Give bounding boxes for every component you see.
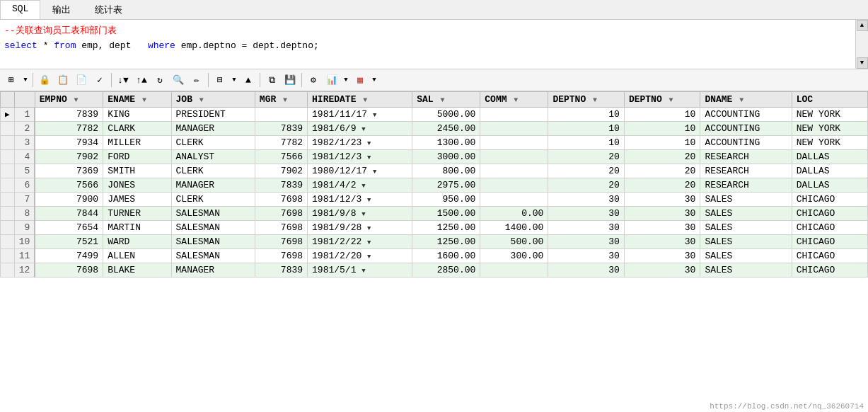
table-cell[interactable]: 1981/9/28 ▼ bbox=[308, 221, 412, 235]
table-cell[interactable] bbox=[255, 108, 307, 122]
table-cell[interactable]: 30 bbox=[548, 235, 624, 249]
table-cell[interactable]: SALESMAN bbox=[171, 249, 255, 263]
table-cell[interactable]: 7566 bbox=[255, 150, 307, 164]
table-cell[interactable]: JAMES bbox=[103, 193, 171, 207]
col-deptno2[interactable]: DEPTNO ▼ bbox=[624, 92, 700, 108]
table-cell[interactable]: 30 bbox=[548, 221, 624, 235]
copy3-btn[interactable]: ⧉ bbox=[263, 71, 280, 88]
table-cell[interactable]: DALLAS bbox=[792, 178, 867, 193]
table-cell[interactable]: 1981/6/9 ▼ bbox=[308, 122, 412, 136]
table-cell[interactable]: 7934 bbox=[35, 136, 103, 150]
table-cell[interactable]: 1982/1/23 ▼ bbox=[308, 136, 412, 150]
table-cell[interactable]: ACCOUNTING bbox=[700, 122, 792, 136]
table-cell[interactable]: CHICAGO bbox=[792, 249, 867, 263]
table-cell[interactable] bbox=[480, 193, 548, 207]
table-cell[interactable]: 10 bbox=[624, 136, 700, 150]
table-cell[interactable]: RESEARCH bbox=[700, 178, 792, 193]
table-cell[interactable]: 30 bbox=[624, 221, 700, 235]
table-cell[interactable]: 10 bbox=[624, 122, 700, 136]
table-cell[interactable]: 1981/4/2 ▼ bbox=[308, 178, 412, 193]
table-cell[interactable]: 7839 bbox=[255, 178, 307, 193]
table-cell[interactable]: BLAKE bbox=[103, 263, 171, 277]
dropdown2-btn[interactable]: ▼ bbox=[230, 71, 238, 88]
col-hiredate[interactable]: HIREDATE ▼ bbox=[308, 92, 412, 108]
sql-editor[interactable]: --关联查询员工表和部门表 select * from emp, dept wh… bbox=[0, 20, 868, 69]
table-cell[interactable]: 10 bbox=[548, 108, 624, 122]
col-dname[interactable]: DNAME ▼ bbox=[700, 92, 792, 108]
table-row[interactable]: 127698BLAKEMANAGER78391981/5/1 ▼2850.003… bbox=[1, 263, 868, 277]
lock-btn[interactable]: 🔒 bbox=[36, 71, 53, 88]
table-cell[interactable]: CLERK bbox=[171, 164, 255, 178]
dropdown-grid-btn[interactable]: ▼ bbox=[21, 71, 30, 88]
col-mgr[interactable]: MGR ▼ bbox=[255, 92, 307, 108]
table-cell[interactable]: KING bbox=[103, 108, 171, 122]
table-cell[interactable]: 7902 bbox=[255, 164, 307, 178]
table-cell[interactable]: 7902 bbox=[35, 150, 103, 164]
table-cell[interactable]: SALESMAN bbox=[171, 235, 255, 249]
table-cell[interactable]: 30 bbox=[624, 249, 700, 263]
table-cell[interactable] bbox=[480, 150, 548, 164]
table-cell[interactable]: 7698 bbox=[255, 193, 307, 207]
table-cell[interactable]: 7839 bbox=[35, 108, 103, 122]
table-cell[interactable] bbox=[480, 122, 548, 136]
table-cell[interactable]: DALLAS bbox=[792, 164, 867, 178]
table-cell[interactable]: MARTIN bbox=[103, 221, 171, 235]
table-cell[interactable]: 1250.00 bbox=[412, 235, 480, 249]
table-cell[interactable]: 30 bbox=[624, 193, 700, 207]
bar-chart-btn[interactable]: 📊 bbox=[323, 71, 340, 88]
table-cell[interactable]: 1250.00 bbox=[412, 221, 480, 235]
dropdown3-btn[interactable]: ▼ bbox=[342, 71, 350, 88]
table-cell[interactable]: 7782 bbox=[35, 122, 103, 136]
table-cell[interactable]: RESEARCH bbox=[700, 150, 792, 164]
copy2-btn[interactable]: 📄 bbox=[73, 71, 90, 88]
table-cell[interactable]: 1981/9/8 ▼ bbox=[308, 207, 412, 221]
tab-output[interactable]: 输出 bbox=[40, 0, 83, 19]
table-cell[interactable]: 30 bbox=[624, 235, 700, 249]
table-cell[interactable]: ACCOUNTING bbox=[700, 108, 792, 122]
table-cell[interactable]: 30 bbox=[548, 249, 624, 263]
table-cell[interactable]: CHICAGO bbox=[792, 263, 867, 277]
table-cell[interactable]: 1981/12/3 ▼ bbox=[308, 193, 412, 207]
tab-sql[interactable]: SQL bbox=[0, 0, 40, 19]
table-cell[interactable]: SALES bbox=[700, 193, 792, 207]
table-cell[interactable]: 7698 bbox=[255, 249, 307, 263]
table-cell[interactable]: ACCOUNTING bbox=[700, 136, 792, 150]
table-cell[interactable]: 1981/12/3 ▼ bbox=[308, 150, 412, 164]
table-cell[interactable]: 2450.00 bbox=[412, 122, 480, 136]
table-cell[interactable]: CLERK bbox=[171, 136, 255, 150]
table-cell[interactable]: DALLAS bbox=[792, 150, 867, 164]
table-cell[interactable]: 7698 bbox=[35, 263, 103, 277]
table-cell[interactable]: 7839 bbox=[255, 263, 307, 277]
table-cell[interactable]: 800.00 bbox=[412, 164, 480, 178]
search-btn[interactable]: 🔍 bbox=[170, 71, 187, 88]
table-cell[interactable]: CHICAGO bbox=[792, 207, 867, 221]
table-cell[interactable]: 20 bbox=[548, 178, 624, 193]
table-cell[interactable]: 300.00 bbox=[480, 249, 548, 263]
table-cell[interactable] bbox=[480, 136, 548, 150]
table-cell[interactable]: 5000.00 bbox=[412, 108, 480, 122]
table-cell[interactable]: 7654 bbox=[35, 221, 103, 235]
table-cell[interactable] bbox=[480, 263, 548, 277]
copy1-btn[interactable]: 📋 bbox=[54, 71, 71, 88]
scroll-down-arrow[interactable]: ▼ bbox=[857, 57, 868, 69]
table-cell[interactable] bbox=[480, 178, 548, 193]
table-cell[interactable]: 30 bbox=[624, 263, 700, 277]
table-cell[interactable]: TURNER bbox=[103, 207, 171, 221]
table-cell[interactable]: 30 bbox=[548, 193, 624, 207]
table-cell[interactable]: SALES bbox=[700, 235, 792, 249]
table-cell[interactable]: NEW YORK bbox=[792, 122, 867, 136]
table-row[interactable]: 97654MARTINSALESMAN76981981/9/28 ▼1250.0… bbox=[1, 221, 868, 235]
save1-btn[interactable]: 💾 bbox=[282, 71, 299, 88]
table-cell[interactable]: FORD bbox=[103, 150, 171, 164]
table-cell[interactable]: CLARK bbox=[103, 122, 171, 136]
check-btn[interactable]: ✓ bbox=[91, 71, 108, 88]
table-cell[interactable]: 950.00 bbox=[412, 193, 480, 207]
table-cell[interactable]: 10 bbox=[548, 136, 624, 150]
table-cell[interactable]: 10 bbox=[624, 108, 700, 122]
table-cell[interactable]: SALES bbox=[700, 263, 792, 277]
table-row[interactable]: 107521WARDSALESMAN76981981/2/22 ▼1250.00… bbox=[1, 235, 868, 249]
filter-up-btn[interactable]: ↑▲ bbox=[133, 71, 150, 88]
table-cell[interactable]: 20 bbox=[624, 150, 700, 164]
table-row[interactable]: ▶17839KINGPRESIDENT1981/11/17 ▼5000.0010… bbox=[1, 108, 868, 122]
table-row[interactable]: 67566JONESMANAGER78391981/4/2 ▼2975.0020… bbox=[1, 178, 868, 193]
